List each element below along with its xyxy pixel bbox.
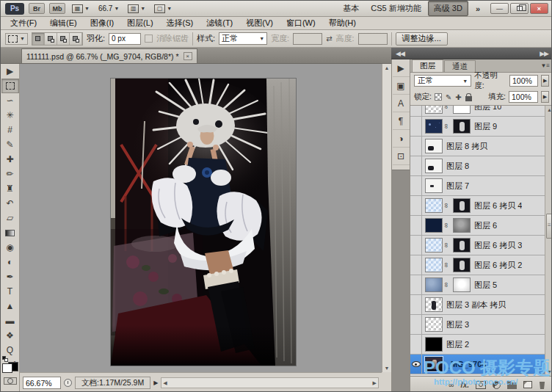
- arrange-documents-button[interactable]: ▥ ▼: [126, 4, 148, 14]
- layer-name[interactable]: 图层 6 拷贝 3: [474, 240, 522, 251]
- panel-menu-icon[interactable]: ▼≡: [540, 62, 550, 69]
- visibility-toggle[interactable]: [410, 105, 422, 116]
- layer-style-icon[interactable]: fx.: [460, 381, 469, 389]
- layer-thumbnail[interactable]: [425, 218, 443, 233]
- width-input[interactable]: [293, 33, 322, 45]
- view-extras-button[interactable]: ▦ ▼: [70, 4, 92, 14]
- clone-stamp-tool[interactable]: ♜: [1, 181, 19, 196]
- fill-spinner-icon[interactable]: ▶: [541, 91, 549, 103]
- blend-mode-select[interactable]: 正常 ▼: [414, 75, 471, 87]
- menu-item-帮助H[interactable]: 帮助(H): [322, 17, 363, 29]
- layer-thumbnail[interactable]: [425, 258, 443, 272]
- visibility-toggle[interactable]: [410, 196, 422, 215]
- intersect-selection-button[interactable]: [70, 33, 82, 45]
- layer-row[interactable]: 图层 7: [410, 176, 552, 196]
- pen-tool[interactable]: ✒: [1, 269, 19, 284]
- eraser-tool[interactable]: ▱: [1, 211, 19, 225]
- crop-tool[interactable]: #: [1, 123, 19, 137]
- add-layer-mask-icon[interactable]: [476, 381, 486, 389]
- layer-name[interactable]: 图层 8: [446, 161, 469, 172]
- layer-row[interactable]: _MG_9704: [410, 355, 552, 374]
- layer-row[interactable]: 图层 3: [410, 315, 552, 335]
- history-brush-tool[interactable]: ↶: [1, 196, 19, 211]
- smudge-tool[interactable]: ◉: [1, 240, 19, 255]
- canvas-photo[interactable]: [111, 79, 296, 366]
- hand-tool[interactable]: ❖: [1, 328, 19, 343]
- launch-mini-bridge-button[interactable]: Mb: [49, 3, 65, 14]
- add-to-selection-button[interactable]: [45, 33, 57, 45]
- screen-mode-button[interactable]: ▢ ▼: [152, 4, 174, 14]
- zoom-percent-field[interactable]: 66.67%: [23, 377, 61, 389]
- height-input[interactable]: [358, 33, 388, 45]
- menu-item-图像I[interactable]: 图像(I): [84, 17, 120, 29]
- delete-layer-icon[interactable]: [539, 380, 545, 389]
- layer-thumbnail[interactable]: [425, 357, 443, 371]
- layer-thumbnail[interactable]: [425, 337, 443, 352]
- layer-thumbnail[interactable]: [425, 139, 443, 153]
- gradient-tool[interactable]: [1, 225, 19, 240]
- visibility-toggle[interactable]: [410, 216, 422, 235]
- menu-item-选择S[interactable]: 选择(S): [160, 17, 200, 29]
- type-tool[interactable]: T: [1, 284, 19, 299]
- menu-item-编辑E[interactable]: 编辑(E): [43, 17, 84, 29]
- collapse-right-icon[interactable]: ▶▶: [540, 50, 548, 57]
- quick-mask-button[interactable]: [4, 377, 17, 385]
- document-tab[interactable]: 111111.psd @ 66.7% (_MG_9704, RGB/8*) * …: [21, 48, 197, 63]
- fill-field[interactable]: 100%: [509, 91, 538, 103]
- spot-healing-brush-tool[interactable]: ✚: [1, 152, 19, 167]
- scroll-up-icon[interactable]: ▲: [547, 106, 552, 114]
- layer-name[interactable]: 图层 7: [446, 181, 469, 192]
- scroll-right-icon[interactable]: ▶: [373, 379, 377, 388]
- quick-selection-tool[interactable]: ✳: [1, 108, 19, 123]
- visibility-toggle[interactable]: [410, 355, 422, 374]
- path-selection-tool[interactable]: ▲: [1, 299, 19, 313]
- menu-item-文件F[interactable]: 文件(F): [4, 17, 43, 29]
- layer-row[interactable]: ∞ 图层 10: [410, 105, 552, 117]
- layer-thumbnail[interactable]: [425, 105, 443, 114]
- layer-name[interactable]: 图层 10: [474, 105, 501, 112]
- canvas-horizontal-scrollbar[interactable]: ◀ ▶: [161, 377, 379, 388]
- brush-tool[interactable]: ✏: [1, 167, 19, 181]
- layer-mask-thumbnail[interactable]: [453, 218, 471, 233]
- opacity-field[interactable]: 100%: [509, 75, 538, 87]
- lock-all-icon[interactable]: [465, 96, 472, 101]
- visibility-toggle[interactable]: [410, 117, 422, 136]
- new-adjustment-layer-icon[interactable]: [493, 381, 501, 389]
- masks-panel-icon[interactable]: ▣: [393, 77, 410, 95]
- scrollbar-thumb[interactable]: [546, 214, 552, 239]
- status-flyout-icon[interactable]: ▶: [153, 380, 158, 386]
- layer-thumbnail[interactable]: [425, 198, 443, 213]
- layer-row[interactable]: ∞ 图层 9: [410, 117, 552, 137]
- layer-row[interactable]: ∞ 图层 6: [410, 216, 552, 236]
- lock-transparency-icon[interactable]: [435, 93, 442, 101]
- character-panel-icon[interactable]: A: [393, 95, 410, 112]
- layer-name[interactable]: _MG_9704: [446, 360, 486, 369]
- layer-name[interactable]: 图层 3: [446, 319, 469, 330]
- collapse-left-icon[interactable]: ◀◀: [396, 50, 404, 57]
- default-colors-icon[interactable]: [2, 356, 9, 362]
- scroll-down-icon[interactable]: ▼: [547, 368, 552, 376]
- lasso-tool[interactable]: ∽: [1, 93, 19, 108]
- visibility-toggle[interactable]: [410, 156, 422, 175]
- lock-position-icon[interactable]: ✚: [455, 93, 461, 101]
- tool-preset-picker[interactable]: ▼: [5, 33, 28, 45]
- layer-mask-thumbnail[interactable]: [453, 258, 471, 272]
- clone-source-panel-icon[interactable]: ⊡: [393, 148, 410, 165]
- workspace-button[interactable]: CS5 新增功能: [366, 1, 426, 15]
- new-group-icon[interactable]: [507, 380, 517, 389]
- layer-thumbnail[interactable]: [425, 159, 443, 173]
- layer-thumbnail[interactable]: [425, 238, 443, 253]
- shape-tool[interactable]: ▬: [1, 313, 19, 328]
- layer-mask-thumbnail[interactable]: [453, 238, 471, 253]
- visibility-toggle[interactable]: [410, 295, 422, 314]
- zoom-tool[interactable]: Q: [1, 343, 19, 357]
- refine-edge-button[interactable]: 调整边缘...: [396, 32, 448, 46]
- layer-row[interactable]: 图层 8: [410, 156, 552, 176]
- layer-thumbnail[interactable]: [425, 317, 443, 332]
- scroll-down-icon[interactable]: ▼: [385, 364, 390, 372]
- layer-thumbnail[interactable]: [425, 277, 443, 292]
- opacity-spinner-icon[interactable]: ▶: [541, 75, 549, 87]
- layer-name[interactable]: 图层 9: [474, 121, 497, 132]
- move-tool[interactable]: ▶: [1, 64, 19, 79]
- layer-row[interactable]: ∞ 图层 6 拷贝 4: [410, 196, 552, 216]
